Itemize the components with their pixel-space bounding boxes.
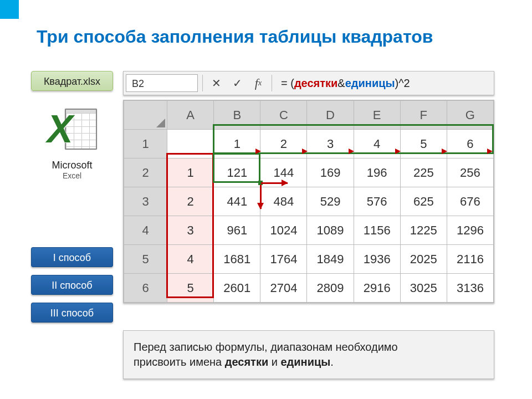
- app-name: Microsoft: [31, 160, 113, 171]
- col-header[interactable]: C: [260, 101, 307, 130]
- spreadsheet: A B C D E F G 1 1 2 3 4 5 6 2 1 121 144 …: [123, 100, 494, 303]
- row-header[interactable]: 3: [124, 187, 167, 216]
- cell[interactable]: 1225: [400, 216, 447, 245]
- cell[interactable]: 2116: [447, 245, 493, 274]
- cell[interactable]: 3: [307, 130, 354, 158]
- formula-eq: = (: [281, 77, 294, 90]
- cell[interactable]: 2704: [260, 274, 307, 303]
- cell[interactable]: 2601: [214, 274, 260, 303]
- cell[interactable]: 676: [447, 187, 493, 216]
- row-header[interactable]: 6: [124, 274, 167, 303]
- cell[interactable]: 169: [307, 158, 354, 187]
- cell[interactable]: 625: [400, 187, 447, 216]
- cell[interactable]: 225: [400, 158, 447, 187]
- cell[interactable]: 1024: [260, 216, 307, 245]
- cell[interactable]: 2025: [400, 245, 447, 274]
- cell[interactable]: 2: [260, 130, 307, 158]
- formula-input[interactable]: = ( десятки & единицы )^2: [277, 74, 492, 92]
- row-header[interactable]: 1: [124, 130, 167, 158]
- cell[interactable]: 484: [260, 187, 307, 216]
- col-header[interactable]: F: [400, 101, 447, 130]
- grid-table[interactable]: A B C D E F G 1 1 2 3 4 5 6 2 1 121 144 …: [124, 100, 494, 303]
- cell[interactable]: 144: [260, 158, 307, 187]
- cell[interactable]: 1936: [354, 245, 400, 274]
- cancel-icon[interactable]: ✕: [207, 75, 225, 91]
- cell[interactable]: 576: [354, 187, 400, 216]
- cell[interactable]: 2: [167, 187, 214, 216]
- cell[interactable]: 441: [214, 187, 260, 216]
- cell[interactable]: 1: [214, 130, 260, 158]
- method-2-button[interactable]: II способ: [31, 275, 113, 295]
- note-text: .: [330, 356, 334, 368]
- formula-bar: B2 ✕ ✓ fx = ( десятки & единицы )^2: [123, 71, 494, 95]
- cell[interactable]: 256: [447, 158, 493, 187]
- cell[interactable]: 1849: [307, 245, 354, 274]
- formula-red: десятки: [294, 77, 337, 90]
- cell[interactable]: 4: [167, 245, 214, 274]
- accent-corner: [0, 0, 19, 19]
- cell[interactable]: 1: [167, 158, 214, 187]
- note-text: и: [268, 356, 280, 368]
- select-all-corner[interactable]: [124, 101, 167, 130]
- cell[interactable]: [167, 130, 214, 158]
- note-bold: десятки: [225, 356, 268, 368]
- col-header[interactable]: E: [354, 101, 400, 130]
- cell[interactable]: 1681: [214, 245, 260, 274]
- cell[interactable]: 3136: [447, 274, 493, 303]
- cell[interactable]: 5: [400, 130, 447, 158]
- note-bold: единицы: [280, 356, 330, 368]
- formula-blue: единицы: [345, 77, 395, 90]
- note-text: Перед записью формулы, диапазонам необхо…: [134, 341, 398, 353]
- row-header[interactable]: 5: [124, 245, 167, 274]
- cell[interactable]: 4: [354, 130, 400, 158]
- page-title: Три способа заполнения таблицы квадратов: [37, 27, 433, 47]
- fx-icon[interactable]: fx: [249, 75, 267, 91]
- name-box[interactable]: B2: [126, 74, 198, 92]
- cell[interactable]: 2916: [354, 274, 400, 303]
- cell[interactable]: 6: [447, 130, 493, 158]
- note-box: Перед записью формулы, диапазонам необхо…: [123, 330, 494, 379]
- formula-amp: &: [337, 77, 345, 90]
- note-text: присвоить имена: [134, 356, 225, 368]
- formula-tail: )^2: [395, 77, 410, 90]
- cell[interactable]: 2809: [307, 274, 354, 303]
- cell[interactable]: 1156: [354, 216, 400, 245]
- col-header[interactable]: B: [214, 101, 260, 130]
- app-block: X Microsoft Excel: [31, 105, 113, 180]
- cell[interactable]: 5: [167, 274, 214, 303]
- app-sub: Excel: [31, 171, 113, 180]
- cell[interactable]: 529: [307, 187, 354, 216]
- row-header[interactable]: 2: [124, 158, 167, 187]
- cell[interactable]: 961: [214, 216, 260, 245]
- col-header[interactable]: A: [167, 101, 214, 130]
- col-header[interactable]: D: [307, 101, 354, 130]
- row-header[interactable]: 4: [124, 216, 167, 245]
- cell[interactable]: 1089: [307, 216, 354, 245]
- cell[interactable]: 3: [167, 216, 214, 245]
- col-header[interactable]: G: [447, 101, 493, 130]
- cell[interactable]: 1764: [260, 245, 307, 274]
- confirm-icon[interactable]: ✓: [228, 75, 246, 91]
- cell[interactable]: 1296: [447, 216, 493, 245]
- fx-buttons: ✕ ✓ fx: [207, 75, 267, 91]
- cell[interactable]: 196: [354, 158, 400, 187]
- cell[interactable]: 3025: [400, 274, 447, 303]
- cell[interactable]: 121: [214, 158, 260, 187]
- method-3-button[interactable]: III способ: [31, 303, 113, 323]
- method-1-button[interactable]: I способ: [31, 247, 113, 267]
- file-chip[interactable]: Квадрат.xlsx: [31, 71, 113, 91]
- excel-icon: X: [47, 105, 97, 155]
